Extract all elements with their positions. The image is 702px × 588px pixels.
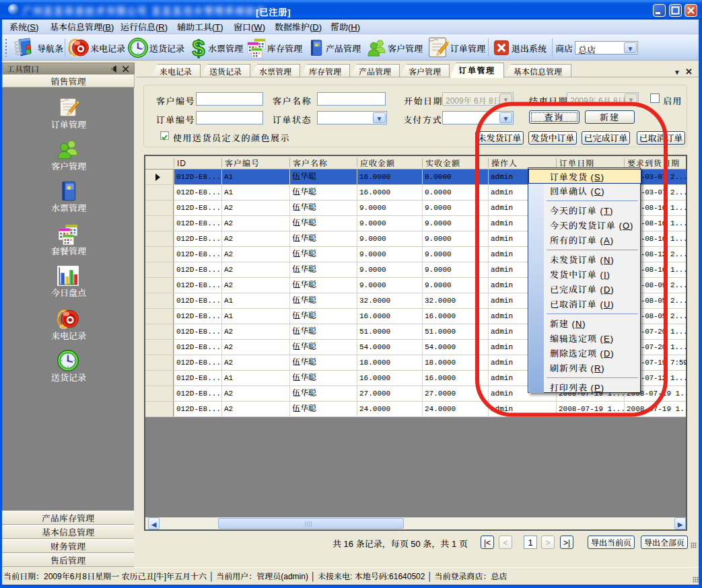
svg-text:$: $ [192, 37, 205, 59]
